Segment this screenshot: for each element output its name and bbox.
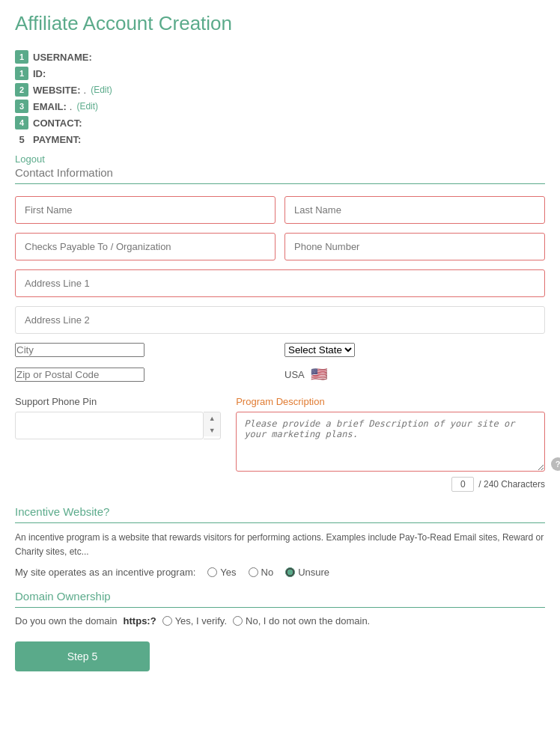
incentive-yes-label: Yes <box>220 567 236 578</box>
country-label: USA <box>284 369 305 380</box>
address2-input[interactable] <box>15 306 545 334</box>
support-pin-label: Support Phone Pin <box>15 396 221 407</box>
incentive-description: An incentive program is a website that r… <box>15 531 545 559</box>
program-description-textarea[interactable] <box>236 412 545 472</box>
program-description-label: Program Description <box>236 396 545 407</box>
domain-yes-radio[interactable] <box>162 616 172 626</box>
step-badge-contact: 4 <box>15 116 28 129</box>
state-field: Select State <box>284 343 545 357</box>
zip-input[interactable] <box>15 368 144 382</box>
step5-button[interactable]: Step 5 <box>15 641 150 671</box>
country-display: USA 🇺🇸 <box>284 366 545 382</box>
last-name-field <box>284 196 545 224</box>
steps-section: 1 USERNAME: 1 ID: 2 WEBSITE: . (Edit) 3 … <box>15 50 545 146</box>
checks-phone-row <box>15 233 545 260</box>
incentive-yes-radio[interactable] <box>207 567 217 577</box>
domain-section: Domain Ownership Do you own the domain h… <box>15 590 545 626</box>
incentive-radio-row: My site operates as an incentive program… <box>15 567 545 578</box>
step-label-website: WEBSITE: <box>33 85 81 96</box>
step-label-contact: CONTACT: <box>33 118 82 129</box>
first-name-input[interactable] <box>15 196 276 224</box>
step-badge-website: 2 <box>15 83 28 97</box>
domain-question-prefix: Do you own the domain <box>15 615 118 626</box>
step-payment: 5 PAYMENT: <box>15 132 545 146</box>
zip-country-row: USA 🇺🇸 <box>15 366 545 382</box>
spin-up-button[interactable]: ▲ <box>204 412 220 424</box>
incentive-section: Incentive Website? An incentive program … <box>15 505 545 578</box>
char-count-row: 0 / 240 Characters <box>236 477 545 492</box>
step-username: 1 USERNAME: <box>15 50 545 64</box>
program-textarea-wrap: ? <box>236 412 545 474</box>
domain-no-label: No, I do not own the domain. <box>246 615 370 626</box>
incentive-question: My site operates as an incentive program… <box>15 567 195 578</box>
website-edit-link[interactable]: (Edit) <box>91 85 112 95</box>
support-pin-input-wrap: 5709 ▲ ▼ <box>15 412 221 439</box>
support-program-row: Support Phone Pin 5709 ▲ ▼ Program Descr… <box>15 396 545 492</box>
incentive-no-radio[interactable] <box>249 567 258 577</box>
domain-text: https:? <box>124 615 156 626</box>
step-email: 3 EMAIL: . (Edit) <box>15 100 545 113</box>
contact-section-header: Contact Information <box>15 166 545 184</box>
spin-down-button[interactable]: ▼ <box>204 424 220 436</box>
step-label-email: EMAIL: <box>33 101 67 112</box>
domain-no-radio[interactable] <box>233 616 243 626</box>
domain-header: Domain Ownership <box>15 590 545 608</box>
logout-link[interactable]: Logout <box>15 153 545 165</box>
incentive-unsure-radio[interactable] <box>285 567 295 577</box>
support-section: Support Phone Pin 5709 ▲ ▼ <box>15 396 221 439</box>
email-edit-link[interactable]: (Edit) <box>76 101 98 112</box>
support-pin-input[interactable]: 5709 <box>15 412 204 439</box>
char-count-label: / 240 Characters <box>478 479 545 490</box>
step-badge-id: 1 <box>15 67 28 80</box>
zip-field <box>15 368 276 382</box>
spin-arrows: ▲ ▼ <box>204 412 221 439</box>
domain-question: Do you own the domain https:? Yes, I ver… <box>15 615 545 626</box>
help-icon[interactable]: ? <box>551 457 560 471</box>
step-badge-1: 1 <box>15 50 28 64</box>
address1-row <box>15 269 545 297</box>
incentive-no-label: No <box>261 567 274 578</box>
incentive-header: Incentive Website? <box>15 505 545 523</box>
step-value-email: . <box>70 101 73 112</box>
phone-field <box>284 233 545 260</box>
domain-no-option[interactable]: No, I do not own the domain. <box>233 615 370 626</box>
step-label-username: USERNAME: <box>33 52 92 63</box>
program-description-section: Program Description ? 0 / 240 Characters <box>236 396 545 492</box>
step-label-id: ID: <box>33 68 46 79</box>
incentive-unsure-label: Unsure <box>298 567 329 578</box>
step-website: 2 WEBSITE: . (Edit) <box>15 83 545 97</box>
city-input[interactable] <box>15 343 144 357</box>
first-name-field <box>15 196 276 224</box>
checks-payable-input[interactable] <box>15 233 276 260</box>
address1-input[interactable] <box>15 269 545 297</box>
name-row <box>15 196 545 224</box>
state-select[interactable]: Select State <box>284 343 355 357</box>
page-title: Affiliate Account Creation <box>15 12 545 35</box>
step-contact: 4 CONTACT: <box>15 116 545 129</box>
step-value-website: . <box>84 85 87 96</box>
phone-input[interactable] <box>284 233 545 260</box>
incentive-unsure-option[interactable]: Unsure <box>285 567 329 578</box>
last-name-input[interactable] <box>284 196 545 224</box>
domain-yes-label: Yes, I verify. <box>175 615 227 626</box>
step-id: 1 ID: <box>15 67 545 80</box>
char-count-value: 0 <box>451 477 474 492</box>
usa-flag-icon: 🇺🇸 <box>311 366 327 382</box>
step-badge-email: 3 <box>15 100 28 113</box>
checks-payable-field <box>15 233 276 260</box>
incentive-no-option[interactable]: No <box>249 567 274 578</box>
city-field <box>15 343 276 357</box>
address2-row <box>15 306 545 334</box>
domain-yes-option[interactable]: Yes, I verify. <box>162 615 227 626</box>
step-number-payment: 5 <box>15 132 28 146</box>
step-label-payment: PAYMENT: <box>33 134 81 145</box>
incentive-yes-option[interactable]: Yes <box>207 567 236 578</box>
city-state-row: Select State <box>15 343 545 357</box>
